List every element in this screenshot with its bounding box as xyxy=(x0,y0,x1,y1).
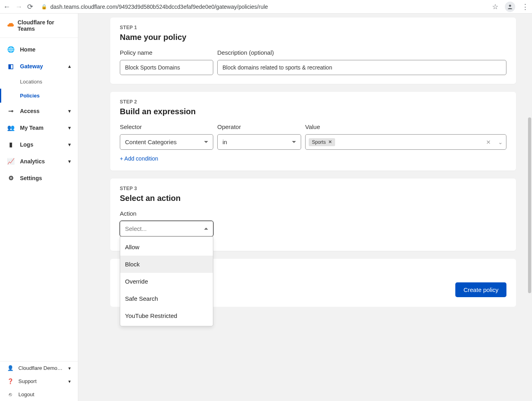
sidebar-item-home[interactable]: 🌐 Home xyxy=(0,41,78,58)
value-multiselect[interactable]: Sports ✕ ✕ ⌄ xyxy=(305,134,506,150)
value-label: Value xyxy=(305,123,506,130)
lock-icon: 🔒 xyxy=(41,4,47,10)
sidebar-item-label: My Team xyxy=(20,125,44,131)
account-switcher[interactable]: 👤 Cloudflare Demo d… ▾ xyxy=(0,361,78,375)
sidebar-item-label: Logs xyxy=(20,141,33,148)
policy-name-label: Policy name xyxy=(120,49,213,56)
chevron-down-icon: ▾ xyxy=(68,108,71,114)
step1-card: STEP 1 Name your policy Policy name Desc… xyxy=(110,18,516,84)
sidebar-item-label: Gateway xyxy=(20,63,43,69)
chevron-down-icon[interactable]: ⌄ xyxy=(498,139,503,145)
sidebar-footer: 👤 Cloudflare Demo d… ▾ ❓ Support ▾ ⎋ Log… xyxy=(0,361,78,401)
gear-icon: ⚙ xyxy=(7,175,14,182)
scrollbar-thumb[interactable] xyxy=(528,117,531,293)
chevron-up-icon: ▴ xyxy=(68,64,71,69)
policy-desc-label: Description (optional) xyxy=(217,49,506,56)
brand-header[interactable]: Cloudflare for Teams xyxy=(0,14,78,38)
selector-label: Selector xyxy=(120,123,213,130)
sidebar-item-gateway[interactable]: ◧ Gateway ▴ xyxy=(0,58,78,75)
sidebar-item-access[interactable]: ⊸ Access ▾ xyxy=(0,103,78,119)
bookmark-star-icon[interactable]: ☆ xyxy=(492,2,498,11)
help-icon: ❓ xyxy=(7,378,14,384)
step2-title: Build an expression xyxy=(120,107,506,116)
step3-title: Select an action xyxy=(120,194,506,203)
logout-icon: ⎋ xyxy=(7,391,14,397)
sidebar-item-analytics[interactable]: 📈 Analytics ▾ xyxy=(0,153,78,170)
globe-icon: 🌐 xyxy=(7,46,14,53)
user-icon: 👤 xyxy=(7,365,14,371)
chevron-down-icon: ▾ xyxy=(68,159,71,164)
sidebar: Cloudflare for Teams 🌐 Home ◧ Gateway ▴ … xyxy=(0,14,78,401)
url-text: dash.teams.cloudflare.com/94923d9d580b52… xyxy=(50,4,268,10)
sidebar-item-label: Settings xyxy=(20,175,42,181)
chevron-down-icon: ▾ xyxy=(68,379,71,384)
policy-name-input[interactable] xyxy=(120,60,213,75)
step3-label: STEP 3 xyxy=(120,186,506,191)
create-policy-button[interactable]: Create policy xyxy=(455,282,506,297)
action-option-safesearch[interactable]: Safe Search xyxy=(120,290,213,307)
main-content: STEP 1 Name your policy Policy name Desc… xyxy=(78,14,532,401)
action-option-allow[interactable]: Allow xyxy=(120,238,213,256)
step3-card: STEP 3 Select an action Action Select...… xyxy=(110,179,516,251)
tag-remove-icon[interactable]: ✕ xyxy=(328,139,332,145)
sidebar-item-logs[interactable]: ▮ Logs ▾ xyxy=(0,136,78,153)
sidebar-item-label: Analytics xyxy=(20,158,45,165)
caret-down-icon xyxy=(292,141,296,143)
sidebar-item-myteam[interactable]: 👥 My Team ▾ xyxy=(0,119,78,136)
sidebar-subitem-policies[interactable]: Policies xyxy=(20,89,78,103)
action-option-youtube[interactable]: YouTube Restricted xyxy=(120,307,213,324)
chevron-down-icon: ▾ xyxy=(68,125,71,131)
sidebar-item-label: Access xyxy=(20,108,40,114)
step2-label: STEP 2 xyxy=(120,99,506,105)
analytics-icon: 📈 xyxy=(7,158,14,165)
chevron-down-icon: ▾ xyxy=(68,365,71,371)
step1-title: Name your policy xyxy=(120,33,506,42)
browser-toolbar: ← → ⟳ 🔒 dash.teams.cloudflare.com/94923d… xyxy=(0,0,532,14)
policy-desc-input[interactable] xyxy=(217,60,506,75)
action-label: Action xyxy=(120,210,213,217)
chevron-down-icon: ▾ xyxy=(68,142,71,147)
browser-menu-icon[interactable]: ⋮ xyxy=(522,2,529,11)
operator-label: Operator xyxy=(217,123,301,130)
caret-down-icon xyxy=(204,141,208,143)
gateway-icon: ◧ xyxy=(7,63,14,70)
sidebar-item-label: Home xyxy=(20,46,36,53)
team-icon: 👥 xyxy=(7,124,14,131)
sidebar-item-settings[interactable]: ⚙ Settings xyxy=(0,170,78,187)
value-tag: Sports ✕ xyxy=(309,138,335,146)
back-icon[interactable]: ← xyxy=(3,3,10,10)
logs-icon: ▮ xyxy=(7,141,14,148)
action-dropdown[interactable]: Select... Allow Block Override Safe Sear… xyxy=(120,221,213,236)
step1-label: STEP 1 xyxy=(120,25,506,30)
clear-icon[interactable]: ✕ xyxy=(486,139,491,145)
access-icon: ⊸ xyxy=(7,107,14,115)
logout-link[interactable]: ⎋ Logout xyxy=(0,388,78,401)
reload-icon[interactable]: ⟳ xyxy=(27,3,33,10)
selector-dropdown[interactable]: Content Categories xyxy=(120,134,213,150)
action-dropdown-menu: Allow Block Override Safe Search YouTube… xyxy=(120,236,213,326)
action-option-block[interactable]: Block xyxy=(120,256,213,273)
add-condition-link[interactable]: + Add condition xyxy=(120,155,506,162)
sidebar-subitem-locations[interactable]: Locations xyxy=(20,75,78,89)
profile-avatar[interactable] xyxy=(505,2,515,12)
main-nav: 🌐 Home ◧ Gateway ▴ Locations Policies ⊸ … xyxy=(0,38,78,361)
support-link[interactable]: ❓ Support ▾ xyxy=(0,375,78,388)
action-option-override[interactable]: Override xyxy=(120,273,213,290)
svg-point-0 xyxy=(509,4,511,6)
address-bar[interactable]: 🔒 dash.teams.cloudflare.com/94923d9d580b… xyxy=(38,4,487,10)
brand-title: Cloudflare for Teams xyxy=(18,19,71,32)
step2-card: STEP 2 Build an expression Selector Cont… xyxy=(110,92,516,171)
caret-up-icon xyxy=(204,228,208,230)
operator-dropdown[interactable]: in xyxy=(217,134,301,150)
forward-icon[interactable]: → xyxy=(15,3,22,10)
cloudflare-icon xyxy=(7,22,14,29)
